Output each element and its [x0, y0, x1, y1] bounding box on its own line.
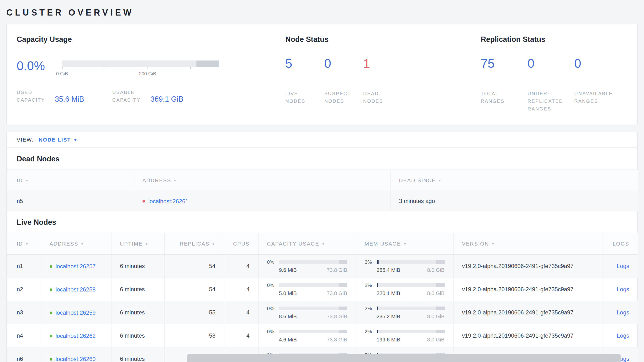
- column-header-uptime[interactable]: UPTIME▼: [111, 233, 164, 255]
- dead-nodes-count: 1: [363, 57, 402, 70]
- capacity-axis: 0 GiB 200 GiB: [62, 67, 219, 79]
- replicas-cell: 54: [164, 278, 224, 301]
- column-header-mem-usage[interactable]: MEM USAGE▼: [356, 233, 453, 255]
- uptime-cell: 6 minutes: [111, 347, 164, 362]
- total-ranges-count: 75: [481, 57, 528, 70]
- usage-percent: 2%: [365, 329, 377, 334]
- unavailable-ranges-count: 0: [574, 57, 621, 70]
- usage-total-value: 73.8 GiB: [327, 267, 347, 273]
- capacity-usage-cell: 0%8.6 MiB73.8 GiB: [258, 301, 356, 324]
- stat-total-ranges: 75 TOTAL RANGES: [481, 57, 528, 113]
- mem-usage-cell: 2%199.6 MiB8.0 GiB: [356, 324, 453, 347]
- usage-percent: 3%: [365, 259, 377, 265]
- sort-descending-icon: ▼: [145, 242, 149, 246]
- column-header-replicas[interactable]: REPLICAS▼: [164, 233, 224, 255]
- column-header-label: MEM USAGE: [365, 241, 401, 247]
- node-address-link[interactable]: localhost:26261: [148, 198, 188, 205]
- column-header-label: ADDRESS: [50, 241, 78, 247]
- column-header-id[interactable]: ID▼: [7, 170, 134, 191]
- node-address: localhost:26259: [50, 309, 96, 316]
- usage-used-value: 5.0 MiB: [279, 290, 297, 296]
- sort-descending-icon: ▼: [322, 242, 325, 246]
- usage-total-value: 8.0 GiB: [427, 337, 444, 343]
- node-address-link[interactable]: localhost:26260: [56, 356, 96, 362]
- usage-bar-endcap: [339, 306, 347, 310]
- replicas-cell: 54: [164, 255, 224, 278]
- usage-bar-fill: [377, 330, 378, 333]
- under-replicated-label: UNDER-REPLICATED RANGES: [528, 90, 567, 113]
- usage-bar-track: [377, 283, 445, 287]
- usage-values: 199.6 MiB8.0 GiB: [377, 337, 445, 343]
- node-address-cell: localhost:26258: [41, 278, 111, 301]
- usage-bar-endcap: [436, 330, 445, 333]
- view-bar: VIEW: NODE LIST ▾: [7, 132, 637, 147]
- usage-percent: 0%: [267, 306, 279, 311]
- node-address: localhost:26261: [142, 198, 188, 205]
- usable-capacity-stat: USABLE CAPACITY 369.1 GiB: [112, 88, 183, 104]
- used-capacity-stat: USED CAPACITY 35.6 MiB: [17, 88, 84, 104]
- live-nodes-label: LIVE NODES: [286, 90, 312, 105]
- cpus-cell: 4: [224, 324, 258, 347]
- logs-link[interactable]: Logs: [617, 309, 629, 316]
- usable-capacity-value: 369.1 GiB: [150, 95, 183, 104]
- logs-link[interactable]: Logs: [617, 332, 629, 339]
- usage-bar-endcap: [436, 260, 445, 264]
- usage-total-value: 8.0 GiB: [427, 267, 444, 273]
- logs-cell: Logs: [603, 324, 638, 347]
- dead-since-cell: 3 minutes ago: [390, 191, 638, 211]
- logs-link[interactable]: Logs: [617, 286, 629, 292]
- usage-used-value: 199.6 MiB: [377, 337, 400, 343]
- capacity-stats: USED CAPACITY 35.6 MiB USABLE CAPACITY 3…: [17, 88, 286, 104]
- column-header-logs: LOGS: [603, 233, 638, 255]
- column-header-version[interactable]: VERSION▼: [453, 233, 603, 255]
- logs-cell: Logs: [603, 278, 638, 301]
- column-header-address[interactable]: ADDRESS▼: [41, 233, 111, 255]
- node-address-link[interactable]: localhost:26258: [56, 286, 96, 293]
- usage-total-value: 8.0 GiB: [427, 313, 444, 320]
- live-status-dot: [50, 358, 52, 360]
- view-label: VIEW:: [17, 137, 34, 143]
- live-status-dot: [50, 311, 52, 314]
- logs-link[interactable]: Logs: [617, 263, 629, 269]
- column-header-label: UPTIME: [120, 241, 143, 247]
- sort-descending-icon: ▼: [492, 242, 495, 246]
- column-header-dead-since[interactable]: DEAD SINCE▼: [390, 170, 638, 191]
- cpus-cell: 4: [224, 301, 258, 324]
- capacity-usage-cell: 0%5.0 MiB73.8 GiB: [258, 278, 356, 301]
- suspect-nodes-count: 0: [324, 57, 363, 70]
- usage-values: 4.6 MiB73.8 GiB: [279, 337, 347, 343]
- column-header-id[interactable]: ID▼: [7, 233, 41, 255]
- usage-bar-row: 0%: [267, 282, 347, 288]
- node-id-cell: n3: [7, 301, 41, 324]
- column-header-label: REPLICAS: [180, 241, 210, 247]
- used-capacity-value: 35.6 MiB: [55, 95, 84, 104]
- usage-percent: 0%: [267, 282, 279, 288]
- mem-usage-meter: 2%220.1 MiB8.0 GiB: [365, 282, 445, 296]
- column-header-capacity-usage[interactable]: CAPACITY USAGE▼: [258, 233, 356, 255]
- mem-usage-meter: 2%199.6 MiB8.0 GiB: [365, 329, 445, 343]
- usage-used-value: 4.6 MiB: [279, 337, 297, 343]
- usage-bar-endcap: [436, 283, 445, 287]
- usage-total-value: 8.0 GiB: [427, 290, 444, 296]
- axis-tick-label: 0 GiB: [56, 71, 68, 77]
- capacity-usage-title: Capacity Usage: [17, 35, 286, 44]
- node-address-link[interactable]: localhost:26262: [56, 333, 96, 339]
- replicas-cell: 55: [164, 301, 224, 324]
- live-status-dot: [50, 265, 52, 268]
- usage-bar-fill: [377, 260, 379, 264]
- usage-values: 255.4 MiB8.0 GiB: [377, 267, 445, 273]
- usage-bar-track: [377, 260, 445, 264]
- cluster-summary-card: Capacity Usage 0.0% 0 GiB 200 GiB: [6, 24, 638, 125]
- column-header-address[interactable]: ADDRESS▼: [134, 170, 390, 191]
- stat-suspect-nodes: 0 SUSPECT NODES: [324, 57, 363, 105]
- node-address-link[interactable]: localhost:26259: [56, 309, 96, 316]
- replicas-cell: 53: [164, 324, 224, 347]
- dead-nodes-title: Dead Nodes: [7, 147, 637, 169]
- live-nodes-count: 5: [286, 57, 324, 70]
- node-id-cell: n4: [7, 324, 41, 347]
- cpus-cell: 4: [224, 278, 258, 301]
- node-address: localhost:26262: [50, 333, 96, 339]
- node-address-link[interactable]: localhost:26257: [56, 263, 96, 270]
- capacity-bar-track: [62, 61, 219, 67]
- view-selector-dropdown[interactable]: NODE LIST ▾: [39, 137, 77, 143]
